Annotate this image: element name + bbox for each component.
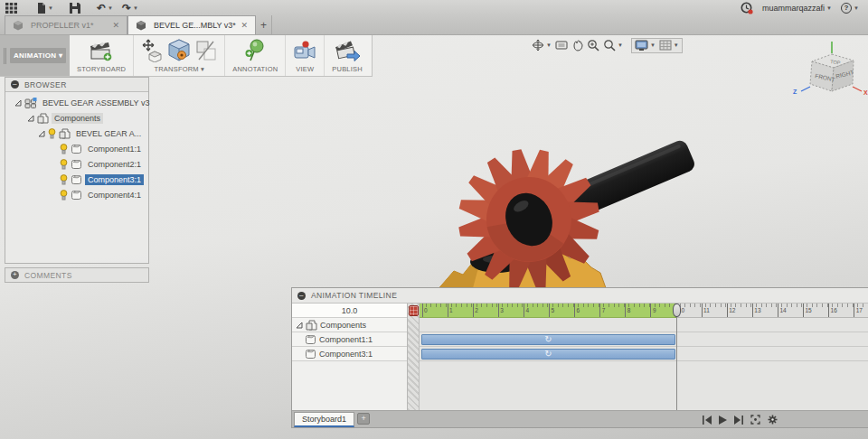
ruler-major-tick xyxy=(828,304,829,317)
app-launcher-icon[interactable] xyxy=(5,3,17,14)
visibility-bulb-icon[interactable] xyxy=(48,128,56,139)
save-icon[interactable] xyxy=(70,3,80,14)
tree-item-components[interactable]: Components xyxy=(5,110,148,126)
ruler-major-tick xyxy=(448,304,448,317)
annotation-icon[interactable] xyxy=(243,39,267,62)
transform-move-icon[interactable] xyxy=(141,39,163,62)
zoom-icon[interactable] xyxy=(587,39,599,51)
view-cube[interactable]: TOP FRONT RIGHT Z X xyxy=(790,40,868,114)
transform-group[interactable]: TRANSFORM ▾ xyxy=(134,35,225,76)
tree-item-label: Component2:1 xyxy=(85,159,144,170)
help-menu[interactable]: ? ▼ xyxy=(841,3,859,14)
track-row-component1[interactable]: ↻ xyxy=(420,332,868,347)
tree-item-label-selected: Component3:1 xyxy=(85,174,144,185)
display-settings-caret[interactable]: ▼ xyxy=(650,42,656,48)
user-account-menu[interactable]: muammarqazzafi ▼ xyxy=(762,4,832,13)
play-button[interactable] xyxy=(719,416,727,425)
ruler-tick-label: 9 xyxy=(653,307,656,313)
collapse-icon[interactable]: – xyxy=(11,80,19,89)
redo-icon[interactable]: ↷▼ xyxy=(122,4,138,13)
display-settings-icon[interactable]: ▼ xyxy=(635,40,656,51)
new-tab-button[interactable]: + xyxy=(256,15,272,34)
visibility-bulb-icon[interactable] xyxy=(60,174,68,185)
timeline-row-component3[interactable]: Component3:1 xyxy=(292,347,407,361)
tree-item-component4[interactable]: Component4:1 xyxy=(5,187,148,202)
grid-settings-icon[interactable]: ▼ xyxy=(659,40,679,51)
workspace-button[interactable]: ANIMATION ▾ xyxy=(10,48,66,63)
x-axis-label: X xyxy=(863,89,868,96)
visibility-bulb-icon[interactable] xyxy=(60,144,68,154)
restore-home-icon[interactable] xyxy=(195,40,217,61)
timeline-scratch-column xyxy=(408,304,420,410)
ruler-tick-label: 15 xyxy=(806,307,812,313)
toolbar-grip[interactable] xyxy=(4,48,6,64)
playhead-handle[interactable] xyxy=(673,304,681,317)
job-status-icon[interactable] xyxy=(741,2,753,14)
grid-settings-caret[interactable]: ▼ xyxy=(674,42,679,48)
timeline-duration-field[interactable]: 10.0 xyxy=(292,304,407,318)
expander-icon[interactable] xyxy=(38,130,45,137)
tree-item-assembly[interactable]: BEVEL GEAR ASSEMBLY v3 xyxy=(5,95,148,110)
timeline-ruler[interactable]: 01234567891011121314151617 xyxy=(420,304,868,318)
publish-icon[interactable] xyxy=(335,40,360,61)
scratch-zone-marker[interactable] xyxy=(409,305,419,316)
ruler-major-tick xyxy=(473,304,474,317)
undo-caret[interactable]: ▼ xyxy=(108,5,113,11)
redo-caret[interactable]: ▼ xyxy=(133,5,138,11)
track-row-components[interactable] xyxy=(420,318,868,332)
browser-header[interactable]: – BROWSER xyxy=(5,78,148,92)
timeline-header[interactable]: – ANIMATION TIMELINE xyxy=(292,288,868,304)
expander-icon[interactable] xyxy=(27,115,34,122)
orbit-caret[interactable]: ▼ xyxy=(546,42,552,48)
go-to-start-button[interactable] xyxy=(703,416,712,425)
storyboard-group[interactable]: STORYBOARD xyxy=(70,35,134,76)
tab-propeller[interactable]: PROPELLER v1* ✕ xyxy=(5,15,127,34)
timeline-row-components[interactable]: Components xyxy=(292,318,407,332)
zoom-window-icon[interactable]: ▼ xyxy=(603,39,623,51)
tree-item-component1[interactable]: Component1:1 xyxy=(5,141,148,156)
visibility-bulb-icon[interactable] xyxy=(60,190,68,201)
ruler-major-tick xyxy=(549,304,550,317)
timeline-collapse-icon[interactable]: – xyxy=(297,292,306,300)
tab-close-icon[interactable]: ✕ xyxy=(112,21,119,30)
publish-group[interactable]: PUBLISH xyxy=(325,35,370,76)
storyboard-tab[interactable]: Storyboard1 xyxy=(294,412,354,427)
tree-item-bevel-gear[interactable]: BEVEL GEAR A... xyxy=(5,126,148,141)
zoom-window-caret[interactable]: ▼ xyxy=(618,42,623,48)
rotation-action-bar[interactable]: ↻ xyxy=(421,349,675,360)
workspace-selector[interactable]: ANIMATION ▾ xyxy=(0,35,70,76)
comments-collapse-icon[interactable]: + xyxy=(11,271,19,279)
timeline-settings-gear-icon[interactable] xyxy=(768,415,778,425)
undo-icon[interactable]: ↶▼ xyxy=(97,4,113,13)
add-storyboard-button[interactable]: + xyxy=(357,413,370,425)
tree-item-label: Component4:1 xyxy=(85,190,144,201)
transform-components-icon[interactable] xyxy=(167,39,191,62)
ruler-tick-label: 0 xyxy=(424,307,428,313)
fit-timeline-icon[interactable] xyxy=(750,415,760,425)
tab-bevel-gear-assembly[interactable]: BEVEL GE...MBLY v3* ✕ xyxy=(127,15,256,34)
ruler-tick-label: 3 xyxy=(500,307,504,313)
playhead-line[interactable] xyxy=(676,304,677,410)
storyboard-icon[interactable] xyxy=(89,40,114,61)
tab-close-icon[interactable]: ✕ xyxy=(241,21,248,30)
pan-icon[interactable] xyxy=(571,40,583,51)
view-camera-icon[interactable] xyxy=(293,40,316,62)
rotation-action-bar[interactable]: ↻ xyxy=(421,334,675,346)
go-to-end-button[interactable] xyxy=(734,416,743,425)
comments-panel[interactable]: + COMMENTS xyxy=(5,267,149,283)
ruler-tick-label: 8 xyxy=(627,307,631,313)
view-group[interactable]: VIEW xyxy=(286,35,325,76)
file-menu-icon[interactable]: ▼ xyxy=(37,3,53,14)
look-at-icon[interactable] xyxy=(555,40,568,51)
expander-icon[interactable] xyxy=(296,322,303,329)
ruler-major-tick xyxy=(422,304,423,317)
annotation-group[interactable]: ANNOTATION xyxy=(225,35,286,76)
timeline-track-area[interactable]: 01234567891011121314151617 ↻ ↻ xyxy=(420,304,868,410)
expander-icon[interactable] xyxy=(14,99,22,107)
tree-item-component3-selected[interactable]: Component3:1 xyxy=(5,172,148,187)
track-row-component3[interactable]: ↻ xyxy=(420,347,868,361)
tree-item-component2[interactable]: Component2:1 xyxy=(5,156,148,172)
timeline-row-component1[interactable]: Component1:1 xyxy=(292,332,407,347)
visibility-bulb-icon[interactable] xyxy=(60,159,68,170)
orbit-icon[interactable]: ▼ xyxy=(532,39,552,51)
